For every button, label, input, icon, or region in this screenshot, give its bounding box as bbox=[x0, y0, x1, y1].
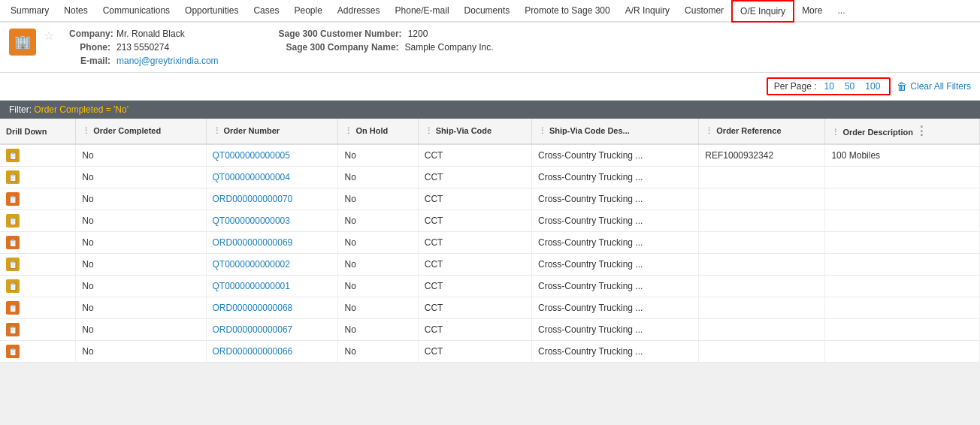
drill-down-cell[interactable]: 📋 bbox=[0, 297, 76, 319]
order-number-cell[interactable]: ORD000000000070 bbox=[206, 188, 338, 210]
filter-bar: Filter: Order Completed = 'No' bbox=[0, 101, 980, 119]
ship-via-desc-cell: Cross-Country Trucking ... bbox=[532, 319, 699, 341]
drill-down-cell[interactable]: 📋 bbox=[0, 232, 76, 254]
drill-down-cell[interactable]: 📋 bbox=[0, 319, 76, 341]
ship-via-cell: CCT bbox=[418, 188, 531, 210]
order-completed-cell: No bbox=[76, 210, 206, 232]
table-row: 📋 No ORD000000000068 No CCT Cross-Countr… bbox=[0, 297, 980, 319]
company-row: Company: Mr. Ronald Black bbox=[69, 29, 219, 39]
col-handle-icon[interactable]: ⋮ bbox=[705, 126, 713, 135]
nav-cases[interactable]: Cases bbox=[246, 0, 286, 23]
on-hold-cell: No bbox=[338, 276, 418, 297]
order-number-cell[interactable]: ORD000000000066 bbox=[206, 341, 338, 363]
per-page-50[interactable]: 50 bbox=[842, 81, 858, 92]
drill-down-cell[interactable]: 📋 bbox=[0, 210, 76, 232]
nav-more[interactable]: More bbox=[794, 0, 830, 23]
on-hold-cell: No bbox=[338, 188, 418, 210]
email-value[interactable]: manoj@greytrixindia.com bbox=[116, 56, 219, 66]
order-ref-cell bbox=[699, 232, 825, 254]
nav-people[interactable]: People bbox=[286, 0, 329, 23]
nav-dots[interactable]: ... bbox=[830, 0, 852, 23]
on-hold-cell: No bbox=[338, 297, 418, 319]
per-page-100[interactable]: 100 bbox=[862, 81, 883, 92]
header-left: 🏢 ☆ bbox=[9, 29, 54, 56]
sage-company-value: Sample Company Inc. bbox=[405, 42, 494, 53]
nav-phone-email[interactable]: Phone/E-mail bbox=[388, 0, 457, 23]
filter-prefix: Filter: bbox=[9, 104, 34, 115]
per-page-10[interactable]: 10 bbox=[821, 81, 837, 92]
col-handle-icon[interactable]: ⋮ bbox=[425, 126, 433, 135]
table-row: 📋 No QT0000000000002 No CCT Cross-Countr… bbox=[0, 254, 980, 276]
col-handle-icon[interactable]: ⋮ bbox=[213, 126, 221, 135]
drill-down-cell[interactable]: 📋 bbox=[0, 167, 76, 188]
nav-promote[interactable]: Promote to Sage 300 bbox=[517, 0, 617, 23]
ship-via-desc-cell: Cross-Country Trucking ... bbox=[532, 144, 699, 167]
row-icon: 📋 bbox=[6, 323, 20, 336]
order-completed-cell: No bbox=[76, 188, 206, 210]
filter-condition: Order Completed = 'No' bbox=[34, 104, 129, 115]
ship-via-desc-cell: Cross-Country Trucking ... bbox=[532, 188, 699, 210]
row-icon: 📋 bbox=[6, 279, 20, 293]
order-number-cell[interactable]: ORD000000000067 bbox=[206, 319, 338, 341]
order-number-cell[interactable]: QT0000000000001 bbox=[206, 276, 338, 297]
row-icon: 📋 bbox=[6, 214, 20, 228]
sage-customer-row: Sage 300 Customer Number: 1200 bbox=[279, 29, 494, 39]
nav-summary[interactable]: Summary bbox=[3, 0, 56, 23]
table-row: 📋 No QT0000000000005 No CCT Cross-Countr… bbox=[0, 144, 980, 167]
order-ref-cell bbox=[699, 341, 825, 363]
order-number-cell[interactable]: QT0000000000004 bbox=[206, 167, 338, 188]
col-handle-icon[interactable]: ⋮ bbox=[538, 126, 546, 135]
order-ref-cell bbox=[699, 167, 825, 188]
drill-down-cell[interactable]: 📋 bbox=[0, 276, 76, 297]
on-hold-cell: No bbox=[338, 319, 418, 341]
col-order-description: ⋮Order Description ⋮ bbox=[825, 119, 980, 144]
drill-down-cell[interactable]: 📋 bbox=[0, 188, 76, 210]
col-menu-icon[interactable]: ⋮ bbox=[915, 125, 927, 137]
phone-value: 213 5550274 bbox=[116, 42, 169, 53]
sage-customer-value: 1200 bbox=[408, 29, 428, 39]
order-number-cell[interactable]: ORD000000000069 bbox=[206, 232, 338, 254]
ship-via-cell: CCT bbox=[418, 232, 531, 254]
star-icon[interactable]: ☆ bbox=[44, 29, 54, 43]
order-number-cell[interactable]: ORD000000000068 bbox=[206, 297, 338, 319]
drill-down-cell[interactable]: 📋 bbox=[0, 254, 76, 276]
nav-ar-inquiry[interactable]: A/R Inquiry bbox=[618, 0, 677, 23]
nav-documents[interactable]: Documents bbox=[457, 0, 518, 23]
order-number-cell[interactable]: QT0000000000003 bbox=[206, 210, 338, 232]
order-ref-cell bbox=[699, 254, 825, 276]
ship-via-cell: CCT bbox=[418, 341, 531, 363]
order-number-cell[interactable]: QT0000000000005 bbox=[206, 144, 338, 167]
order-completed-cell: No bbox=[76, 144, 206, 167]
email-label: E-mail: bbox=[69, 56, 110, 66]
clear-all-filters-button[interactable]: 🗑 Clear All Filters bbox=[897, 80, 971, 92]
col-order-reference: ⋮Order Reference bbox=[699, 119, 825, 144]
table-row: 📋 No QT0000000000003 No CCT Cross-Countr… bbox=[0, 210, 980, 232]
nav-addresses[interactable]: Addresses bbox=[330, 0, 388, 23]
order-number-cell[interactable]: QT0000000000002 bbox=[206, 254, 338, 276]
header-right: Sage 300 Customer Number: 1200 Sage 300 … bbox=[279, 29, 494, 53]
email-row: E-mail: manoj@greytrixindia.com bbox=[69, 56, 219, 66]
col-handle-icon[interactable]: ⋮ bbox=[344, 126, 352, 135]
nav-communications[interactable]: Communications bbox=[95, 0, 177, 23]
drill-down-cell[interactable]: 📋 bbox=[0, 341, 76, 363]
table-row: 📋 No ORD000000000069 No CCT Cross-Countr… bbox=[0, 232, 980, 254]
nav-oe-inquiry[interactable]: O/E Inquiry bbox=[731, 0, 794, 23]
col-ship-via-code: ⋮Ship-Via Code bbox=[418, 119, 531, 144]
on-hold-cell: No bbox=[338, 341, 418, 363]
nav-notes[interactable]: Notes bbox=[56, 0, 95, 23]
ship-via-cell: CCT bbox=[418, 276, 531, 297]
row-icon: 📋 bbox=[6, 301, 20, 315]
ship-via-desc-cell: Cross-Country Trucking ... bbox=[532, 341, 699, 363]
order-ref-cell bbox=[699, 210, 825, 232]
col-handle-icon[interactable]: ⋮ bbox=[831, 128, 839, 137]
nav-opportunities[interactable]: Opportunities bbox=[177, 0, 246, 23]
company-value: Mr. Ronald Black bbox=[116, 29, 185, 39]
ship-via-cell: CCT bbox=[418, 254, 531, 276]
col-handle-icon[interactable]: ⋮ bbox=[82, 126, 90, 135]
nav-customer[interactable]: Customer bbox=[677, 0, 731, 23]
on-hold-cell: No bbox=[338, 232, 418, 254]
on-hold-cell: No bbox=[338, 144, 418, 167]
sage-customer-label: Sage 300 Customer Number: bbox=[279, 29, 402, 39]
order-ref-cell bbox=[699, 297, 825, 319]
drill-down-cell[interactable]: 📋 bbox=[0, 144, 76, 167]
